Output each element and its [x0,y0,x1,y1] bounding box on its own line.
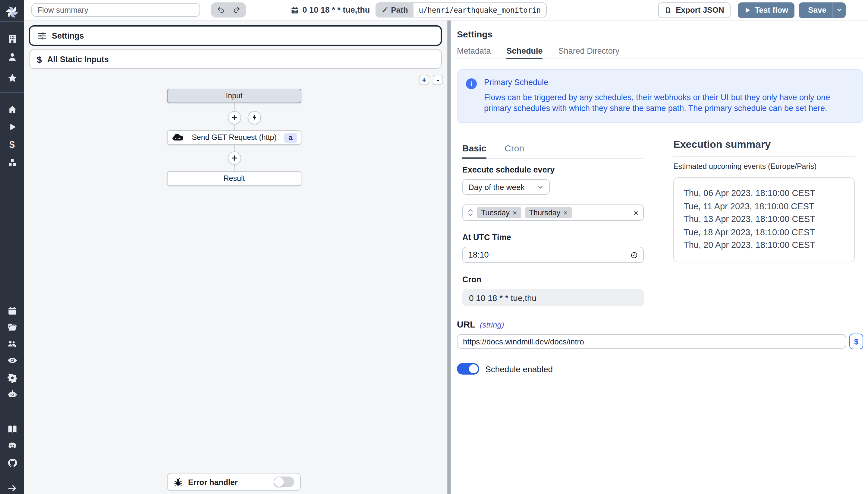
day-tag-label: Tuesday [481,209,510,217]
http-cloud-icon: HTTP [171,133,184,142]
save-split-button: Save [798,2,846,18]
audit-eye-icon[interactable] [0,355,24,365]
favorites-star-icon[interactable] [0,73,24,83]
result-node-label: Result [224,174,245,183]
zoom-in-button[interactable]: + [419,75,429,85]
error-handler-toggle[interactable] [274,476,294,487]
path-field[interactable]: Path u/henri/earthquake_monitorin [375,2,547,18]
step-id-badge: a [284,132,297,142]
cron-label: Cron [462,276,644,284]
url-input[interactable] [457,335,846,349]
variables-dollar-icon[interactable]: $ [0,139,24,150]
error-handler-node[interactable]: Error handler [167,473,301,491]
export-json-button[interactable]: Export JSON [658,2,731,18]
sidebar-divider [0,92,24,93]
path-label: Path [376,3,413,17]
zoom-out-button[interactable]: - [433,75,443,85]
sidebar-divider [0,478,24,478]
execution-summary-title: Execution summary [673,139,855,157]
tab-schedule[interactable]: Schedule [507,46,543,59]
url-label: URL [457,319,476,330]
utc-time-value: 18:10 [468,251,489,260]
schedule-columns: Basic Cron Execute schedule every Day of… [457,143,863,307]
expand-arrow-icon[interactable] [0,483,24,493]
flow-editor-panel: Settings $ All Static Inputs + - Input [24,20,447,494]
folders-icon[interactable] [0,322,24,332]
user-icon[interactable] [0,52,24,61]
workspace-icon[interactable] [0,34,24,43]
flow-result-node[interactable]: Result [167,171,301,186]
plus-icon [231,154,238,162]
edge-line [235,165,235,171]
undo-redo-group [211,2,246,18]
flow-summary-input[interactable] [31,3,200,17]
schedule-enabled-toggle[interactable] [457,363,479,375]
primary-schedule-indicator[interactable]: 0 10 18 * * tue,thu [291,5,370,15]
tab-cron[interactable]: Cron [505,143,524,159]
github-icon[interactable] [0,458,24,468]
edge-line [235,124,235,130]
unfold-icon [468,209,473,217]
sidebar: $ [0,0,24,494]
insert-variable-button[interactable]: $ [849,334,863,349]
day-tag: Thursday × [525,207,572,218]
settings-tabs: Metadata Schedule Shared Directory [457,45,863,59]
url-type-hint: (string) [480,321,504,330]
windmill-logo-icon[interactable] [0,4,24,20]
weekday-multiselect[interactable]: Tuesday × Thursday × × [462,205,644,221]
execute-schedule-label: Execute schedule every [462,166,644,175]
settings-gear-icon[interactable] [0,372,24,383]
panel-splitter[interactable] [447,20,451,494]
http-node-label: Send GET Request (http) [184,133,284,142]
home-icon[interactable] [0,104,24,114]
file-export-icon [665,6,672,14]
tab-basic[interactable]: Basic [462,143,487,159]
basic-cron-tabs: Basic Cron [462,143,644,159]
clear-days-icon[interactable]: × [633,209,638,217]
path-value[interactable]: u/henri/earthquake_monitorin [414,3,547,17]
input-node-label: Input [226,92,243,100]
schedule-enabled-label: Schedule enabled [485,364,553,374]
edge-line [235,145,235,151]
clock-icon [631,251,638,259]
cron-expression-readonly: 0 10 18 * * tue,thu [462,289,644,307]
event-row: Thu, 06 Apr 2023, 18:10:00 CEST [684,187,847,200]
redo-button[interactable] [230,4,242,16]
save-dropdown-caret[interactable] [832,2,846,18]
url-field-header: URL (string) [457,319,863,330]
test-flow-button[interactable]: Test flow [738,2,794,18]
undo-button[interactable] [215,4,226,16]
execution-summary-subtitle: Estimated upcoming events (Europe/Paris) [673,163,855,171]
add-step-button[interactable] [228,151,241,165]
remove-day-icon[interactable]: × [563,209,568,216]
dollar-icon: $ [37,55,42,64]
docs-book-icon[interactable] [0,424,24,434]
save-button[interactable]: Save [798,2,832,18]
schedule-frequency-select[interactable]: Day of the week [462,179,550,195]
flow-settings-button[interactable]: Settings [29,25,442,46]
execution-summary: Execution summary Estimated upcoming eve… [673,139,855,262]
tab-metadata[interactable]: Metadata [457,46,491,59]
settings-panel: Settings Metadata Schedule Shared Direct… [451,20,868,494]
runs-play-icon[interactable] [0,122,24,132]
groups-users-gear-icon[interactable] [0,339,24,349]
all-static-inputs-label: All Static Inputs [47,55,109,64]
remove-day-icon[interactable]: × [513,209,517,216]
add-step-button[interactable] [228,111,241,124]
schedules-calendar-icon[interactable] [0,306,24,316]
all-static-inputs-button[interactable]: $ All Static Inputs [29,50,442,69]
ai-robot-icon[interactable] [0,389,24,399]
discord-icon[interactable] [0,441,24,451]
schedule-form: Basic Cron Execute schedule every Day of… [462,143,644,307]
chevron-down-icon [836,7,843,13]
selected-frequency: Day of the week [468,183,525,192]
flow-input-node[interactable]: Input [167,89,301,103]
calendar-icon [291,6,299,14]
event-row: Tue, 18 Apr 2023, 18:10:00 CEST [684,226,847,239]
bug-icon [174,477,183,487]
trigger-bolt-button[interactable] [248,111,261,124]
utc-time-input[interactable]: 18:10 [462,247,644,263]
tab-shared-directory[interactable]: Shared Directory [558,46,620,59]
resources-cubes-icon[interactable] [0,157,24,167]
http-step-node[interactable]: HTTP Send GET Request (http) a [167,130,301,145]
